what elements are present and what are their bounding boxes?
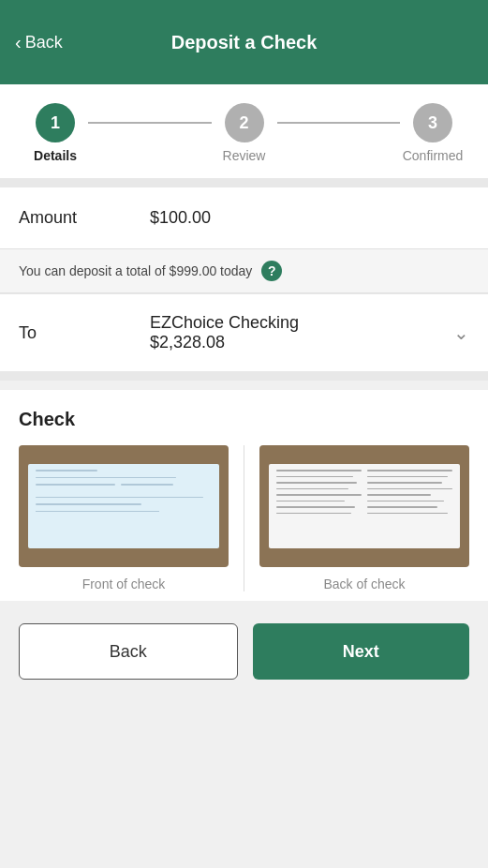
front-check-image <box>19 445 229 567</box>
back-line <box>276 482 357 484</box>
back-check-lines-col2 <box>367 470 452 543</box>
deposit-limit-banner: You can deposit a total of $999.00 today… <box>0 248 488 293</box>
back-line <box>276 488 348 490</box>
next-button[interactable]: Next <box>253 623 470 680</box>
header: ‹ Back Deposit a Check <box>0 0 488 84</box>
step-item-review: 2 Review <box>212 103 277 163</box>
back-line <box>276 506 355 508</box>
back-line <box>367 482 442 484</box>
step-label-confirmed: Confirmed <box>403 148 464 163</box>
check-images-container: Front of check <box>19 445 469 591</box>
back-header-button[interactable]: ‹ Back <box>15 32 63 53</box>
front-check-caption: Front of check <box>82 576 166 591</box>
back-chevron-icon: ‹ <box>15 32 22 53</box>
step-label-details: Details <box>34 148 77 163</box>
check-decoration-line <box>36 470 97 471</box>
amount-label: Amount <box>19 208 150 228</box>
amount-row: Amount $100.00 <box>0 187 488 248</box>
back-line <box>367 506 437 508</box>
back-check-lines-col1 <box>276 470 362 543</box>
chevron-down-icon: ⌄ <box>453 322 469 344</box>
step-item-details: 1 Details <box>22 103 88 163</box>
step-label-review: Review <box>223 148 266 163</box>
front-check-container[interactable]: Front of check <box>19 445 229 591</box>
back-check-container[interactable]: Back of check <box>259 445 469 591</box>
step-line-2 <box>277 122 401 124</box>
back-check-paper <box>269 464 460 548</box>
back-check-image <box>259 445 469 567</box>
back-button[interactable]: Back <box>19 623 238 680</box>
back-line <box>367 488 452 490</box>
back-check-caption: Back of check <box>323 576 405 591</box>
account-name: EZChoice Checking <box>150 313 446 333</box>
check-decoration-line <box>36 511 159 513</box>
buttons-area: Back Next <box>0 601 488 717</box>
back-line <box>276 476 353 478</box>
account-balance: $2,328.08 <box>150 333 446 352</box>
step-circle-3: 3 <box>413 103 452 142</box>
step-line-1 <box>88 122 212 124</box>
amount-value: $100.00 <box>150 208 211 228</box>
check-decoration-line <box>36 477 176 479</box>
section-divider-1 <box>0 178 488 187</box>
help-icon[interactable]: ? <box>261 261 282 281</box>
back-line <box>367 470 452 471</box>
back-line <box>276 501 345 502</box>
to-account-info: EZChoice Checking $2,328.08 <box>150 313 446 352</box>
check-section-title: Check <box>19 409 469 430</box>
section-divider-2 <box>0 371 488 381</box>
to-row[interactable]: To EZChoice Checking $2,328.08 ⌄ <box>0 293 488 371</box>
page-title: Deposit a Check <box>171 32 318 53</box>
check-decoration-line <box>121 484 173 486</box>
back-header-label: Back <box>25 33 63 52</box>
step-circle-2: 2 <box>225 103 264 142</box>
back-line <box>276 470 362 471</box>
stepper: 1 Details 2 Review 3 Confirmed <box>0 84 488 178</box>
back-line <box>276 513 351 515</box>
back-line <box>367 513 448 515</box>
check-section: Check Front of check <box>0 390 488 601</box>
to-label: To <box>19 323 150 343</box>
back-line <box>367 494 431 496</box>
front-check-paper <box>28 464 219 548</box>
check-decoration-line <box>36 484 115 486</box>
check-decoration-line <box>36 497 203 499</box>
back-line <box>367 476 448 478</box>
step-container: 1 Details 2 Review 3 Confirmed <box>22 103 466 163</box>
check-images-divider <box>244 445 244 591</box>
check-decoration-line <box>36 503 141 505</box>
step-item-confirmed: 3 Confirmed <box>400 103 466 163</box>
back-line <box>367 501 444 502</box>
step-circle-1: 1 <box>36 103 75 142</box>
back-line <box>276 494 362 496</box>
info-banner-text: You can deposit a total of $999.00 today <box>19 263 252 278</box>
